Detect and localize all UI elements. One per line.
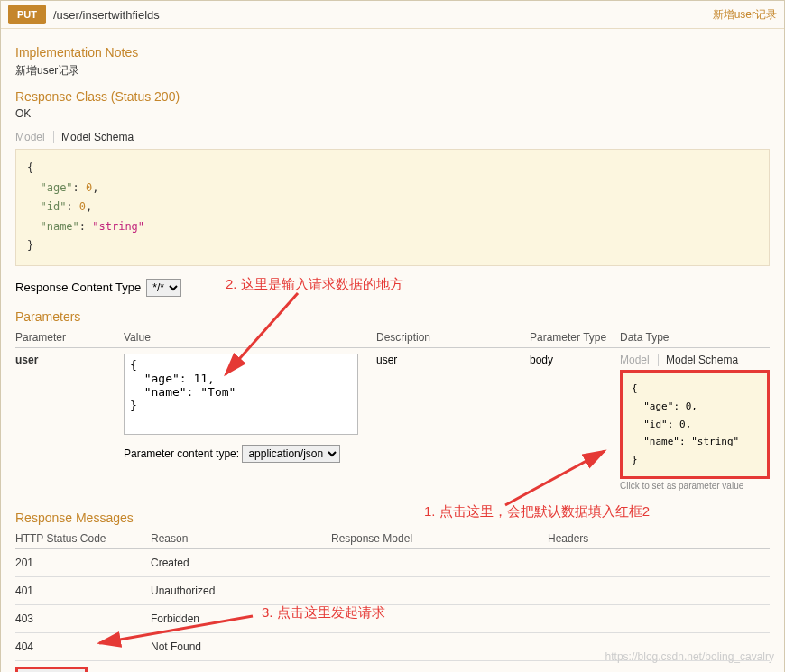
impl-notes-text: 新增user记录 [15, 63, 770, 78]
response-message-row: 201Created [15, 549, 770, 577]
params-header-row: Parameter Value Description Parameter Ty… [15, 327, 770, 348]
schema-tabs: Model Model Schema [15, 131, 770, 143]
api-path: /user/insertwithfields [53, 8, 713, 22]
schema-key: "name" [40, 220, 78, 233]
param-schema-box[interactable]: { "age": 0, "id": 0, "name": "string" } [620, 370, 770, 479]
col-response-model: Response Model [331, 532, 548, 545]
param-name: user [15, 354, 124, 366]
watermark: https://blog.csdn.net/boling_cavalry [605, 650, 774, 663]
col-data-type: Data Type [620, 331, 770, 344]
response-message-row: 401Unauthorized [15, 577, 770, 605]
schema-key: "age" [40, 181, 72, 194]
col-parameter: Parameter [15, 331, 124, 344]
param-type: body [530, 354, 620, 366]
dtype-tab-model-schema[interactable]: Model Schema [658, 354, 738, 366]
param-description: user [376, 354, 530, 366]
method-badge: PUT [8, 5, 46, 24]
response-messages-title: Response Messages [15, 511, 770, 525]
resp-header-row: HTTP Status Code Reason Response Model H… [15, 529, 770, 549]
dtype-tab-model[interactable]: Model [620, 354, 650, 366]
response-content-type-select[interactable]: */* [146, 279, 181, 297]
response-schema-box[interactable]: { "age": 0, "id": 0, "name": "string" } [15, 149, 770, 266]
param-value-input[interactable] [124, 354, 358, 435]
parameters-title: Parameters [15, 309, 770, 324]
tab-model[interactable]: Model [15, 131, 45, 143]
col-headers: Headers [548, 532, 770, 545]
try-it-out-button[interactable]: Try it out! [15, 667, 88, 672]
param-content-type-label: Parameter content type: [124, 447, 239, 460]
tab-model-schema[interactable]: Model Schema [53, 131, 134, 143]
response-message-row: 403Forbidden [15, 605, 770, 633]
param-content-type-select[interactable]: application/json [242, 445, 340, 463]
col-value: Value [124, 331, 376, 344]
api-summary: 新增user记录 [713, 7, 777, 23]
col-status-code: HTTP Status Code [15, 532, 151, 545]
schema-click-hint: Click to set as parameter value [620, 481, 770, 491]
col-param-type: Parameter Type [530, 331, 620, 344]
schema-key: "id" [40, 200, 66, 213]
col-description: Description [376, 331, 530, 344]
api-header[interactable]: PUT /user/insertwithfields 新增user记录 [1, 1, 784, 29]
schema-val: 0 [79, 200, 86, 213]
response-content-type-label: Response Content Type [15, 281, 141, 294]
response-class-title: Response Class (Status 200) [15, 89, 770, 104]
response-class-status: OK [15, 107, 770, 120]
schema-val: 0 [86, 181, 92, 194]
schema-val: "string" [92, 220, 144, 233]
impl-notes-title: Implementation Notes [15, 45, 770, 60]
param-row-user: user Parameter content type: application… [15, 348, 770, 496]
col-reason: Reason [151, 532, 331, 545]
